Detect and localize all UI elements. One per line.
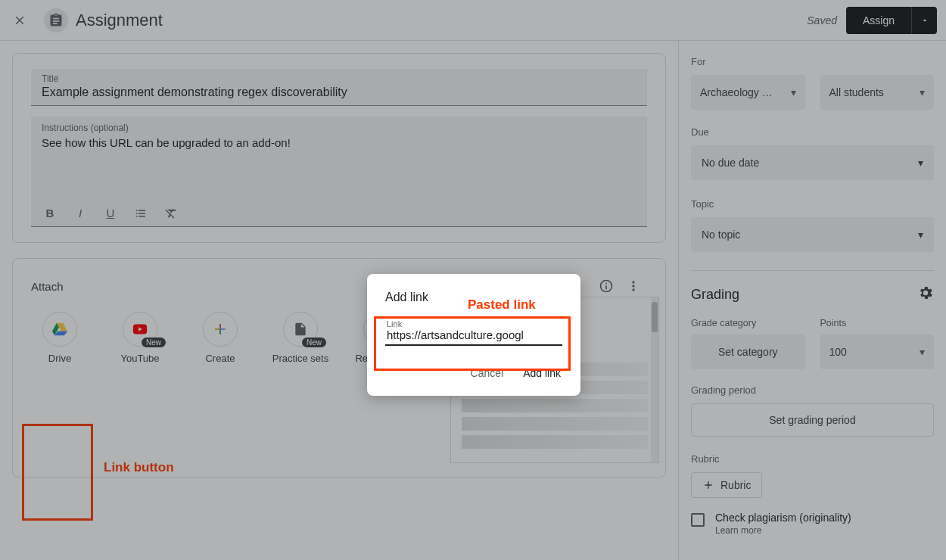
add-link-dialog: Add link Link https://artsandculture.goo… — [367, 274, 580, 396]
link-field-value[interactable]: https://artsandculture.googl — [385, 328, 562, 341]
dialog-title: Add link — [385, 291, 562, 304]
link-field-label: Link — [385, 319, 562, 328]
link-input[interactable]: Link https://artsandculture.googl — [385, 318, 562, 346]
add-link-button[interactable]: Add link — [521, 362, 562, 384]
cancel-button[interactable]: Cancel — [469, 362, 506, 384]
